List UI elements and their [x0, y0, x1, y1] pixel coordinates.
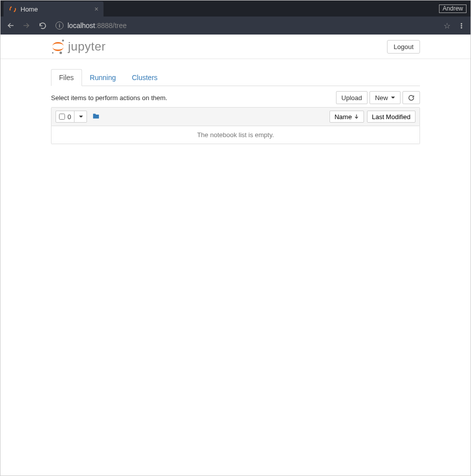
select-all-checkbox[interactable]	[59, 114, 65, 120]
sort-name-button[interactable]: Name	[330, 111, 364, 123]
sort-modified-button[interactable]: Last Modified	[367, 111, 416, 123]
caret-down-icon	[79, 116, 83, 118]
select-dropdown-button[interactable]	[74, 111, 86, 122]
empty-list-message: The notebook list is empty.	[51, 126, 420, 144]
browser-menu-icon[interactable]: •••	[456, 23, 468, 29]
new-dropdown-button[interactable]: New	[370, 91, 400, 104]
url-host: localhost	[68, 22, 95, 30]
close-icon[interactable]: ×	[94, 5, 98, 13]
bookmark-star-icon[interactable]: ☆	[440, 21, 454, 31]
tab-clusters[interactable]: Clusters	[124, 69, 166, 86]
selected-count: 0	[68, 113, 71, 121]
breadcrumb-folder-icon[interactable]	[92, 113, 100, 121]
tab-title: Home	[20, 6, 94, 13]
new-label: New	[375, 94, 388, 102]
refresh-button[interactable]	[402, 91, 420, 104]
user-badge[interactable]: Andrew	[439, 5, 466, 13]
select-all-checkbox-wrap: 0	[56, 111, 74, 122]
tab-files[interactable]: Files	[51, 69, 82, 86]
jupyter-logo[interactable]: jupyter	[51, 40, 106, 54]
upload-button[interactable]: Upload	[336, 91, 368, 104]
arrow-down-icon	[354, 113, 359, 121]
toolbar: Select items to perform actions on them.…	[51, 91, 420, 104]
select-all-group: 0	[56, 111, 87, 123]
reload-button[interactable]	[36, 19, 50, 33]
browser-chrome: Home × Andrew i localhost:8888/tree ☆ ••…	[0, 1, 470, 35]
jupyter-header: jupyter Logout	[0, 35, 470, 59]
jupyter-favicon	[8, 5, 16, 13]
back-button[interactable]	[4, 19, 18, 33]
jupyter-logo-text: jupyter	[68, 40, 106, 54]
nav-bar: i localhost:8888/tree ☆ •••	[0, 17, 470, 35]
hint-text: Select items to perform actions on them.	[51, 94, 336, 102]
tab-running[interactable]: Running	[82, 69, 124, 86]
list-header: 0 Name Last Modified	[51, 107, 420, 126]
browser-tab[interactable]: Home ×	[4, 2, 104, 17]
logout-button[interactable]: Logout	[387, 40, 420, 54]
nav-tabs: Files Running Clusters	[51, 63, 420, 86]
jupyter-logo-icon	[51, 40, 65, 54]
tab-strip: Home × Andrew	[0, 1, 470, 17]
main-container: Files Running Clusters Select items to p…	[44, 63, 428, 144]
caret-down-icon	[391, 97, 395, 99]
address-bar[interactable]: i localhost:8888/tree	[52, 19, 438, 33]
url-path: :8888/tree	[95, 22, 126, 30]
info-icon[interactable]: i	[56, 22, 64, 30]
sort-name-label: Name	[334, 113, 352, 121]
url-text: localhost:8888/tree	[68, 22, 126, 30]
forward-button[interactable]	[20, 19, 34, 33]
